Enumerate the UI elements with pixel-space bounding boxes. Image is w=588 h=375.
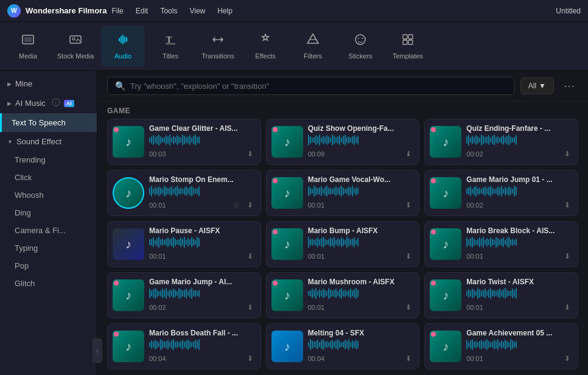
menu-view[interactable]: View [189, 7, 205, 15]
wave-bar [332, 290, 333, 296]
sound-card[interactable]: ♪ Game Clear Glitter - AIS... 00:03 ⬇ [107, 119, 261, 165]
sound-card[interactable]: ♪ Game Achievement 05 ... 00:01 ⬇ [424, 323, 578, 370]
sidebar-sub-camera[interactable]: Camera & Fi... [0, 222, 97, 239]
svg-rect-15 [408, 40, 413, 44]
sound-card[interactable]: ♪ Game Mario Jump - AI... 00:02 ⬇ [107, 272, 261, 318]
download-button[interactable]: ⬇ [245, 353, 256, 364]
sound-card[interactable]: ♪ Quiz Show Opening-Fa... 00:09 ⬇ [266, 119, 420, 165]
sidebar-item-sound-effect[interactable]: ▼ Sound Effect [0, 132, 97, 151]
sound-card[interactable]: ♪ Mario Mushroom - AISFX 00:01 ⬇ [266, 272, 420, 318]
sound-waveform [308, 338, 415, 351]
toolbar-titles[interactable]: T Titles [149, 26, 192, 67]
download-button[interactable]: ⬇ [245, 149, 256, 159]
wave-bar [312, 189, 313, 194]
wave-bar [343, 342, 344, 348]
download-button[interactable]: ⬇ [562, 353, 573, 364]
wave-bar [315, 341, 317, 348]
download-button[interactable]: ⬇ [403, 251, 414, 262]
menu-edit[interactable]: Edit [136, 7, 149, 15]
sound-card[interactable]: ♪ Mario Boss Death Fall - ... 00:04 ⬇ [107, 323, 261, 370]
wave-bar [334, 290, 335, 297]
sound-card[interactable]: ♪ Mario Stomp On Enem... 00:01 ☆ ⬇ ⋯ [107, 170, 261, 216]
search-input[interactable] [130, 82, 506, 91]
download-button[interactable]: ⬇ [403, 302, 414, 313]
sidebar-item-text-to-speech[interactable]: Text To Speech [0, 113, 97, 132]
download-button[interactable]: ⬇ [403, 149, 414, 159]
sidebar-item-mine[interactable]: ▶ Mine [0, 74, 97, 93]
star-button[interactable]: ☆ [231, 200, 242, 211]
wave-bar [184, 136, 185, 144]
toolbar: Media Stock Media Audio T Titles [0, 22, 588, 71]
download-button[interactable]: ⬇ [562, 251, 573, 262]
sidebar-item-ai-music[interactable]: ▶ AI Music i AI [0, 93, 97, 113]
wave-bar [324, 137, 326, 143]
wave-bar [315, 288, 317, 299]
toolbar-stock-media[interactable]: Stock Media [54, 26, 97, 67]
sidebar-collapse-button[interactable]: ‹ [93, 338, 102, 363]
toolbar-transitions[interactable]: Transitions [196, 26, 240, 67]
sidebar-sub-whoosh[interactable]: Whoosh [0, 186, 97, 204]
wave-bar [323, 237, 324, 248]
wave-bar [335, 240, 337, 245]
sound-card[interactable]: ♪ Mario Pause - AISFX 00:01 ⬇ [107, 221, 261, 267]
sound-actions: ☆ ⬇ [231, 200, 256, 211]
download-button[interactable]: ⬇ [403, 200, 414, 211]
download-button[interactable]: ⬇ [245, 200, 256, 211]
toolbar-filters[interactable]: Filters [291, 26, 335, 67]
sound-title: Quiz Show Opening-Fa... [308, 124, 415, 133]
wave-bar [490, 186, 491, 197]
wave-bar [506, 188, 508, 194]
toolbar-effects[interactable]: Effects [243, 26, 287, 67]
wave-bar [345, 340, 346, 349]
wave-bar [313, 290, 315, 297]
sound-card[interactable]: ♪ Mario Bump - AISFX 00:01 ⬇ [266, 221, 420, 267]
more-options-button[interactable]: ⋯ [560, 77, 578, 95]
menu-tools[interactable]: Tools [160, 7, 177, 15]
sound-card[interactable]: ♪ Quiz Ending-Fanfare - ... 00:02 ⬇ [424, 119, 578, 165]
download-button[interactable]: ⬇ [562, 302, 573, 313]
search-filter-button[interactable]: All ▼ [520, 77, 554, 94]
menu-file[interactable]: File [111, 7, 123, 15]
wave-bar [155, 187, 156, 195]
download-button[interactable]: ⬇ [403, 353, 414, 364]
sound-card[interactable]: ♪ Mario Twist - AISFX 00:01 ⬇ [424, 272, 578, 318]
toolbar-audio[interactable]: Audio [101, 26, 145, 67]
sound-duration: 00:02 [466, 150, 483, 158]
sidebar-sub-glitch[interactable]: Glitch [0, 275, 97, 292]
wave-bar [479, 289, 480, 298]
wave-bar [171, 138, 172, 142]
sidebar-sub-click[interactable]: Click [0, 169, 97, 186]
toolbar-stickers[interactable]: Stickers [338, 26, 382, 67]
wave-bar [182, 135, 183, 145]
svg-point-9 [355, 35, 365, 44]
sound-card[interactable]: ♪ Melting 04 - SFX 00:04 ⬇ [266, 323, 420, 370]
effects-icon [259, 33, 272, 50]
wave-bar [151, 186, 152, 197]
menu-help[interactable]: Help [217, 7, 233, 15]
download-button[interactable]: ⬇ [562, 149, 573, 159]
wave-bar [178, 239, 180, 245]
search-bar: 🔍 All ▼ ⋯ [97, 71, 588, 102]
wave-bar [352, 186, 353, 197]
wave-bar [497, 290, 499, 297]
sound-card[interactable]: ♪ Mario Break Block - AIS... 00:01 ⬇ [424, 221, 578, 267]
wave-bar [167, 188, 169, 194]
wave-bar [164, 342, 165, 348]
sidebar-sub-ding[interactable]: Ding [0, 204, 97, 222]
sidebar-sub-pop[interactable]: Pop [0, 257, 97, 275]
download-button[interactable]: ⬇ [562, 200, 573, 211]
toolbar-templates[interactable]: Templates [386, 26, 430, 67]
wave-bar [335, 340, 337, 349]
download-button[interactable]: ⬇ [245, 302, 256, 313]
sidebar-sub-typing[interactable]: Typing [0, 239, 97, 257]
download-button[interactable]: ⬇ [245, 251, 256, 262]
sidebar-sub-trending[interactable]: Trending [0, 151, 97, 169]
sound-card[interactable]: ♪ Mario Game Vocal-Wo... 00:01 ⬇ [266, 170, 420, 216]
sidebar-sound-effect-section: ▼ Sound Effect Trending Click Whoosh Din… [0, 132, 97, 292]
wave-bar [167, 291, 169, 296]
sound-card[interactable]: ♪ Game Mario Jump 01 - ... 00:02 ⬇ [424, 170, 578, 216]
sound-thumbnail: ♪ [430, 228, 461, 260]
wave-bar [352, 340, 353, 349]
toolbar-media[interactable]: Media [6, 26, 50, 67]
sound-actions: ⬇ [245, 149, 256, 159]
